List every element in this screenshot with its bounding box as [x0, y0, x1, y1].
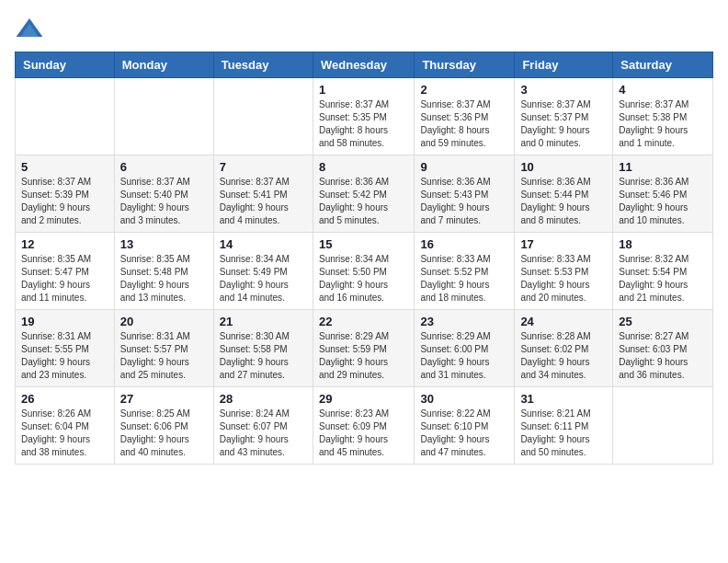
calendar-cell: 29Sunrise: 8:23 AM Sunset: 6:09 PM Dayli…: [313, 387, 414, 465]
calendar-cell: 10Sunrise: 8:36 AM Sunset: 5:44 PM Dayli…: [515, 155, 613, 233]
calendar-cell: 17Sunrise: 8:33 AM Sunset: 5:53 PM Dayli…: [515, 233, 613, 310]
day-info: Sunrise: 8:33 AM Sunset: 5:52 PM Dayligh…: [420, 253, 508, 304]
day-info: Sunrise: 8:37 AM Sunset: 5:36 PM Dayligh…: [420, 98, 508, 150]
day-number: 3: [520, 83, 607, 97]
day-info: Sunrise: 8:37 AM Sunset: 5:39 PM Dayligh…: [21, 176, 108, 227]
day-info: Sunrise: 8:35 AM Sunset: 5:48 PM Dayligh…: [120, 253, 208, 304]
day-number: 1: [319, 83, 408, 97]
day-info: Sunrise: 8:36 AM Sunset: 5:44 PM Dayligh…: [520, 176, 607, 227]
day-info: Sunrise: 8:23 AM Sunset: 6:09 PM Dayligh…: [319, 408, 408, 459]
calendar-cell: 20Sunrise: 8:31 AM Sunset: 5:57 PM Dayli…: [114, 310, 213, 387]
day-number: 27: [120, 392, 208, 406]
day-info: Sunrise: 8:24 AM Sunset: 6:07 PM Dayligh…: [220, 408, 307, 459]
day-number: 23: [420, 315, 508, 328]
logo-icon: [15, 15, 44, 44]
day-number: 6: [120, 160, 208, 174]
day-number: 12: [21, 237, 108, 251]
calendar-week-row: 1Sunrise: 8:37 AM Sunset: 5:35 PM Daylig…: [16, 78, 713, 155]
day-info: Sunrise: 8:37 AM Sunset: 5:38 PM Dayligh…: [619, 98, 707, 150]
day-number: 28: [220, 392, 307, 406]
calendar-cell: 1Sunrise: 8:37 AM Sunset: 5:35 PM Daylig…: [313, 78, 414, 155]
calendar-cell: 3Sunrise: 8:37 AM Sunset: 5:37 PM Daylig…: [515, 78, 613, 155]
day-info: Sunrise: 8:26 AM Sunset: 6:04 PM Dayligh…: [21, 408, 108, 459]
calendar-cell: 26Sunrise: 8:26 AM Sunset: 6:04 PM Dayli…: [16, 387, 115, 465]
calendar-cell: 9Sunrise: 8:36 AM Sunset: 5:43 PM Daylig…: [415, 155, 515, 233]
day-number: 16: [420, 237, 508, 251]
day-info: Sunrise: 8:29 AM Sunset: 5:59 PM Dayligh…: [319, 330, 408, 382]
day-info: Sunrise: 8:27 AM Sunset: 6:03 PM Dayligh…: [619, 330, 707, 382]
day-number: 29: [319, 392, 408, 406]
day-number: 2: [420, 83, 508, 97]
weekday-header-monday: Monday: [114, 52, 213, 78]
calendar-week-row: 26Sunrise: 8:26 AM Sunset: 6:04 PM Dayli…: [16, 387, 713, 465]
day-number: 21: [220, 315, 307, 328]
day-number: 22: [319, 315, 408, 328]
day-info: Sunrise: 8:33 AM Sunset: 5:53 PM Dayligh…: [520, 253, 607, 304]
calendar-cell: 22Sunrise: 8:29 AM Sunset: 5:59 PM Dayli…: [313, 310, 414, 387]
weekday-header-wednesday: Wednesday: [313, 52, 414, 78]
day-info: Sunrise: 8:28 AM Sunset: 6:02 PM Dayligh…: [520, 330, 607, 382]
day-number: 24: [520, 315, 607, 328]
day-number: 31: [520, 392, 607, 406]
page-header: [15, 15, 713, 44]
calendar-cell: [114, 78, 213, 155]
calendar-cell: 18Sunrise: 8:32 AM Sunset: 5:54 PM Dayli…: [613, 233, 713, 310]
calendar-cell: [213, 78, 313, 155]
calendar-cell: 30Sunrise: 8:22 AM Sunset: 6:10 PM Dayli…: [415, 387, 515, 465]
calendar-cell: 16Sunrise: 8:33 AM Sunset: 5:52 PM Dayli…: [415, 233, 515, 310]
calendar-week-row: 19Sunrise: 8:31 AM Sunset: 5:55 PM Dayli…: [16, 310, 713, 387]
day-info: Sunrise: 8:34 AM Sunset: 5:50 PM Dayligh…: [319, 253, 408, 304]
day-number: 15: [319, 237, 408, 251]
day-number: 5: [21, 160, 108, 174]
calendar-cell: 28Sunrise: 8:24 AM Sunset: 6:07 PM Dayli…: [213, 387, 313, 465]
calendar-cell: 21Sunrise: 8:30 AM Sunset: 5:58 PM Dayli…: [213, 310, 313, 387]
day-info: Sunrise: 8:22 AM Sunset: 6:10 PM Dayligh…: [420, 408, 508, 459]
day-number: 11: [619, 160, 707, 174]
calendar-week-row: 12Sunrise: 8:35 AM Sunset: 5:47 PM Dayli…: [16, 233, 713, 310]
day-number: 9: [420, 160, 508, 174]
calendar-cell: 27Sunrise: 8:25 AM Sunset: 6:06 PM Dayli…: [114, 387, 213, 465]
day-number: 8: [319, 160, 408, 174]
day-number: 18: [619, 237, 707, 251]
calendar-cell: 31Sunrise: 8:21 AM Sunset: 6:11 PM Dayli…: [515, 387, 613, 465]
weekday-header-saturday: Saturday: [613, 52, 713, 78]
day-number: 19: [21, 315, 108, 328]
calendar-cell: 19Sunrise: 8:31 AM Sunset: 5:55 PM Dayli…: [16, 310, 115, 387]
day-number: 13: [120, 237, 208, 251]
day-info: Sunrise: 8:36 AM Sunset: 5:43 PM Dayligh…: [420, 176, 508, 227]
day-number: 20: [120, 315, 208, 328]
weekday-header-friday: Friday: [515, 52, 613, 78]
calendar-cell: 2Sunrise: 8:37 AM Sunset: 5:36 PM Daylig…: [415, 78, 515, 155]
calendar-cell: 8Sunrise: 8:36 AM Sunset: 5:42 PM Daylig…: [313, 155, 414, 233]
calendar-table: SundayMondayTuesdayWednesdayThursdayFrid…: [15, 52, 713, 465]
calendar-cell: 15Sunrise: 8:34 AM Sunset: 5:50 PM Dayli…: [313, 233, 414, 310]
logo: [15, 15, 48, 44]
day-info: Sunrise: 8:31 AM Sunset: 5:57 PM Dayligh…: [120, 330, 208, 382]
calendar-cell: 4Sunrise: 8:37 AM Sunset: 5:38 PM Daylig…: [613, 78, 713, 155]
day-info: Sunrise: 8:37 AM Sunset: 5:40 PM Dayligh…: [120, 176, 208, 227]
day-info: Sunrise: 8:32 AM Sunset: 5:54 PM Dayligh…: [619, 253, 707, 304]
day-number: 4: [619, 83, 707, 97]
day-info: Sunrise: 8:36 AM Sunset: 5:46 PM Dayligh…: [619, 176, 707, 227]
calendar-cell: [16, 78, 115, 155]
day-info: Sunrise: 8:34 AM Sunset: 5:49 PM Dayligh…: [220, 253, 307, 304]
day-number: 14: [220, 237, 307, 251]
day-number: 26: [21, 392, 108, 406]
calendar-cell: 11Sunrise: 8:36 AM Sunset: 5:46 PM Dayli…: [613, 155, 713, 233]
day-number: 25: [619, 315, 707, 328]
weekday-header-thursday: Thursday: [415, 52, 515, 78]
day-info: Sunrise: 8:29 AM Sunset: 6:00 PM Dayligh…: [420, 330, 508, 382]
calendar-header-row: SundayMondayTuesdayWednesdayThursdayFrid…: [16, 52, 713, 78]
day-info: Sunrise: 8:21 AM Sunset: 6:11 PM Dayligh…: [520, 408, 607, 459]
day-info: Sunrise: 8:37 AM Sunset: 5:41 PM Dayligh…: [220, 176, 307, 227]
day-info: Sunrise: 8:37 AM Sunset: 5:37 PM Dayligh…: [520, 98, 607, 150]
calendar-cell: 12Sunrise: 8:35 AM Sunset: 5:47 PM Dayli…: [16, 233, 115, 310]
calendar-cell: 13Sunrise: 8:35 AM Sunset: 5:48 PM Dayli…: [114, 233, 213, 310]
calendar-cell: 6Sunrise: 8:37 AM Sunset: 5:40 PM Daylig…: [114, 155, 213, 233]
calendar-cell: 5Sunrise: 8:37 AM Sunset: 5:39 PM Daylig…: [16, 155, 115, 233]
day-info: Sunrise: 8:30 AM Sunset: 5:58 PM Dayligh…: [220, 330, 307, 382]
day-info: Sunrise: 8:25 AM Sunset: 6:06 PM Dayligh…: [120, 408, 208, 459]
calendar-cell: 7Sunrise: 8:37 AM Sunset: 5:41 PM Daylig…: [213, 155, 313, 233]
calendar-cell: 24Sunrise: 8:28 AM Sunset: 6:02 PM Dayli…: [515, 310, 613, 387]
calendar-cell: [613, 387, 713, 465]
